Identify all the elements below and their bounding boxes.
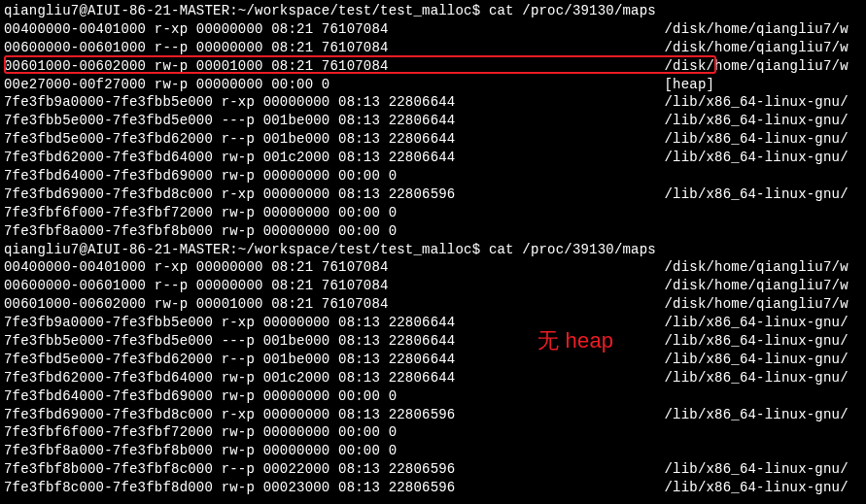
- maps-line: 00400000-00401000 r-xp 00000000 08:21 76…: [4, 20, 862, 39]
- terminal-output: qiangliu7@AIUI-86-21-MASTER:~/workspace/…: [4, 2, 862, 497]
- maps-line: 7fe3fbf8a000-7fe3fbf8b000 rw-p 00000000 …: [4, 442, 862, 460]
- maps-line: 7fe3fbb5e000-7fe3fbd5e000 ---p 001be000 …: [4, 332, 862, 351]
- prompt-line[interactable]: qiangliu7@AIUI-86-21-MASTER:~/workspace/…: [4, 2, 862, 20]
- maps-line: 00600000-00601000 r--p 00000000 08:21 76…: [4, 39, 862, 57]
- maps-line: 7fe3fbd64000-7fe3fbd69000 rw-p 00000000 …: [4, 167, 862, 185]
- maps-line: 7fe3fb9a0000-7fe3fbb5e000 r-xp 00000000 …: [4, 93, 862, 112]
- maps-line: 7fe3fbf8c000-7fe3fbf8d000 rw-p 00023000 …: [4, 479, 862, 497]
- maps-line: 00e27000-00f27000 rw-p 00000000 00:00 0 …: [4, 76, 862, 94]
- maps-line: 7fe3fbd62000-7fe3fbd64000 rw-p 001c2000 …: [4, 369, 862, 387]
- maps-line: 7fe3fbf8b000-7fe3fbf8c000 r--p 00022000 …: [4, 460, 862, 479]
- maps-line: 7fe3fbd5e000-7fe3fbd62000 r--p 001be000 …: [4, 130, 862, 149]
- maps-line: 7fe3fb9a0000-7fe3fbb5e000 r-xp 00000000 …: [4, 314, 862, 332]
- maps-line: 7fe3fbd62000-7fe3fbd64000 rw-p 001c2000 …: [4, 149, 862, 167]
- maps-line: 7fe3fbb5e000-7fe3fbd5e000 ---p 001be000 …: [4, 112, 862, 130]
- maps-line: 7fe3fbd5e000-7fe3fbd62000 r--p 001be000 …: [4, 351, 862, 369]
- maps-line: 00601000-00602000 rw-p 00001000 08:21 76…: [4, 57, 862, 76]
- maps-line: 00600000-00601000 r--p 00000000 08:21 76…: [4, 277, 862, 295]
- maps-line: 7fe3fbd64000-7fe3fbd69000 rw-p 00000000 …: [4, 387, 862, 406]
- prompt-line[interactable]: qiangliu7@AIUI-86-21-MASTER:~/workspace/…: [4, 241, 862, 259]
- maps-line: 00400000-00401000 r-xp 00000000 08:21 76…: [4, 258, 862, 277]
- maps-line: 7fe3fbf6f000-7fe3fbf72000 rw-p 00000000 …: [4, 423, 862, 442]
- maps-line: 7fe3fbf6f000-7fe3fbf72000 rw-p 00000000 …: [4, 204, 862, 222]
- maps-line: 7fe3fbf8a000-7fe3fbf8b000 rw-p 00000000 …: [4, 222, 862, 241]
- maps-line: 00601000-00602000 rw-p 00001000 08:21 76…: [4, 295, 862, 314]
- maps-line: 7fe3fbd69000-7fe3fbd8c000 r-xp 00000000 …: [4, 406, 862, 424]
- maps-line: 7fe3fbd69000-7fe3fbd8c000 r-xp 00000000 …: [4, 185, 862, 204]
